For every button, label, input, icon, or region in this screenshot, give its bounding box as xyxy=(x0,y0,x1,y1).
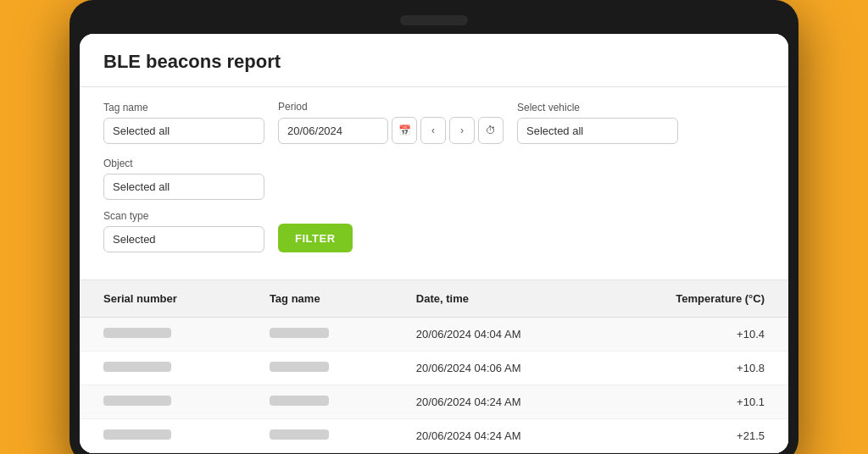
cell-datetime: 20/06/2024 04:24 AM xyxy=(392,419,602,453)
tablet-screen: BLE beacons report Tag name Period 📅 xyxy=(80,34,788,453)
cell-datetime: 20/06/2024 04:06 AM xyxy=(392,352,602,385)
prev-icon: ‹ xyxy=(431,125,435,136)
next-button[interactable]: › xyxy=(449,117,475,144)
serial-placeholder xyxy=(103,429,171,440)
calendar-button[interactable]: 📅 xyxy=(392,117,417,144)
cell-temperature: +10.4 xyxy=(601,318,788,352)
cell-tag xyxy=(246,419,392,453)
object-input[interactable] xyxy=(103,174,264,200)
tag-placeholder xyxy=(270,396,329,406)
cell-serial xyxy=(80,318,246,352)
period-input[interactable] xyxy=(278,118,388,144)
prev-button[interactable]: ‹ xyxy=(420,117,446,144)
col-serial-number: Serial number xyxy=(80,280,246,318)
col-date-time: Date, time xyxy=(392,280,602,318)
tag-name-label: Tag name xyxy=(103,102,264,114)
tablet-notch xyxy=(400,15,468,25)
tag-name-group: Tag name xyxy=(103,102,264,144)
cell-datetime: 20/06/2024 04:24 AM xyxy=(392,385,602,419)
tag-placeholder xyxy=(270,429,329,440)
scan-type-input[interactable] xyxy=(103,226,264,252)
cell-serial xyxy=(80,352,246,385)
col-temperature: Temperature (°C) xyxy=(601,280,788,318)
filter-button[interactable]: FILTER xyxy=(278,224,353,252)
tag-placeholder xyxy=(270,328,329,338)
cell-tag xyxy=(246,352,392,385)
tag-placeholder xyxy=(270,362,329,372)
cell-datetime: 20/06/2024 04:04 AM xyxy=(392,318,602,352)
cell-tag xyxy=(246,385,392,419)
filter-row-1: Tag name Period 📅 ‹ xyxy=(103,101,765,200)
tablet-frame: BLE beacons report Tag name Period 📅 xyxy=(70,0,798,454)
table-body: 20/06/2024 04:04 AM +10.4 20/06/2024 04:… xyxy=(80,318,788,453)
select-vehicle-group: Select vehicle xyxy=(517,102,678,144)
clock-icon: ⏱ xyxy=(486,125,496,136)
period-group: Period 📅 ‹ › ⏱ xyxy=(278,101,504,144)
filter-section: Tag name Period 📅 ‹ xyxy=(80,87,788,280)
table-row: 20/06/2024 04:04 AM +10.4 xyxy=(80,318,788,352)
select-vehicle-label: Select vehicle xyxy=(517,102,678,114)
cell-tag xyxy=(246,318,392,352)
app-header: BLE beacons report xyxy=(80,34,788,87)
cell-serial xyxy=(80,419,246,453)
table-row: 20/06/2024 04:24 AM +10.1 xyxy=(80,385,788,419)
serial-placeholder xyxy=(103,362,171,372)
table-row: 20/06/2024 04:06 AM +10.8 xyxy=(80,352,788,385)
period-controls: 📅 ‹ › ⏱ xyxy=(278,117,504,144)
cell-temperature: +10.8 xyxy=(601,352,788,385)
cell-serial xyxy=(80,385,246,419)
cell-temperature: +10.1 xyxy=(601,385,788,419)
scan-type-label: Scan type xyxy=(103,210,264,222)
serial-placeholder xyxy=(103,396,171,406)
page-title: BLE beacons report xyxy=(103,51,765,73)
period-label: Period xyxy=(278,101,504,113)
next-icon: › xyxy=(460,125,464,136)
data-table: Serial number Tag name Date, time Temper… xyxy=(80,280,788,453)
table-header: Serial number Tag name Date, time Temper… xyxy=(80,280,788,318)
serial-placeholder xyxy=(103,328,171,338)
select-vehicle-input[interactable] xyxy=(517,118,678,144)
table-section: Serial number Tag name Date, time Temper… xyxy=(80,280,788,453)
object-label: Object xyxy=(103,158,264,169)
scan-type-group: Scan type xyxy=(103,210,264,252)
calendar-icon: 📅 xyxy=(398,125,411,136)
object-group: Object xyxy=(103,158,264,200)
filter-row-2: Scan type FILTER xyxy=(103,210,765,252)
table-header-row: Serial number Tag name Date, time Temper… xyxy=(80,280,788,318)
clock-button[interactable]: ⏱ xyxy=(478,117,504,144)
cell-temperature: +21.5 xyxy=(601,419,788,453)
table-row: 20/06/2024 04:24 AM +21.5 xyxy=(80,419,788,453)
col-tag-name: Tag name xyxy=(246,280,392,318)
tag-name-input[interactable] xyxy=(103,118,264,144)
